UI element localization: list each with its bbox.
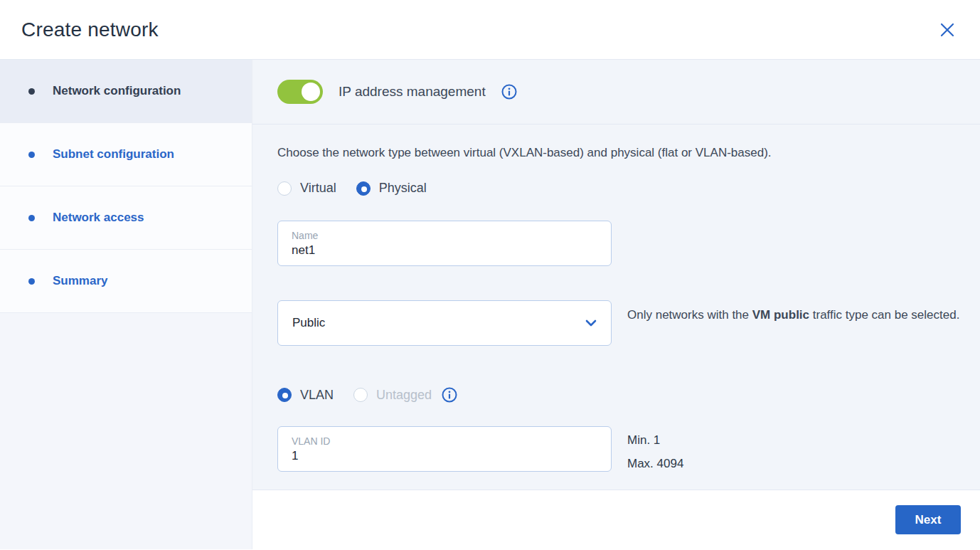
name-input[interactable] — [292, 243, 597, 258]
chevron-down-icon — [585, 319, 597, 327]
wizard-steps-sidebar: Network configuration Subnet configurati… — [0, 60, 252, 549]
sidebar-item-network-configuration[interactable]: Network configuration — [0, 60, 252, 123]
hint-bold-text: VM public — [752, 308, 809, 322]
vlan-id-field-label: VLAN ID — [292, 435, 597, 447]
close-icon — [937, 20, 957, 40]
ipam-toggle-label: IP address management — [339, 84, 486, 100]
step-label: Subnet configuration — [53, 147, 174, 162]
dialog-footer: Next — [252, 490, 980, 549]
radio-virtual[interactable] — [277, 181, 292, 196]
info-icon[interactable] — [442, 387, 457, 403]
sidebar-item-network-access[interactable]: Network access — [0, 186, 252, 250]
step-bullet-icon — [28, 278, 35, 285]
radio-untagged[interactable] — [353, 388, 368, 402]
page-title: Create network — [21, 18, 159, 41]
vlan-mode-radio-group: VLAN Untagged — [277, 387, 980, 403]
traffic-select-row: Public Only networks with the VM public … — [277, 300, 980, 346]
vlan-id-field[interactable]: VLAN ID — [277, 426, 612, 472]
ipam-toggle[interactable] — [277, 80, 323, 104]
main-panel: IP address management Choose the network… — [252, 60, 980, 549]
dialog-header: Create network — [0, 0, 980, 60]
step-bullet-icon — [28, 215, 35, 221]
step-bullet-icon — [28, 88, 35, 95]
step-label: Network configuration — [53, 84, 181, 98]
next-button[interactable]: Next — [895, 505, 961, 534]
hint-text: Only networks with the — [627, 308, 752, 322]
vlan-id-input[interactable] — [292, 449, 597, 463]
network-type-radio-group: Virtual Physical — [277, 181, 980, 196]
traffic-type-select[interactable]: Public — [277, 300, 612, 346]
toggle-knob — [302, 83, 320, 101]
name-field-label: Name — [292, 230, 597, 241]
vlan-id-limits: Min. 1 Max. 4094 — [627, 426, 683, 475]
sidebar-item-summary[interactable]: Summary — [0, 250, 252, 313]
radio-physical[interactable] — [356, 181, 371, 196]
traffic-type-selected-value: Public — [292, 316, 325, 330]
name-field[interactable]: Name — [277, 221, 612, 266]
radio-vlan[interactable] — [277, 388, 292, 402]
sidebar-item-subnet-configuration[interactable]: Subnet configuration — [0, 123, 252, 186]
info-icon[interactable] — [501, 84, 517, 100]
ipam-toggle-row: IP address management — [252, 60, 980, 125]
dialog-body: Network configuration Subnet configurati… — [0, 60, 980, 549]
hint-text: traffic type can be selected. — [809, 308, 959, 322]
step-label: Network access — [53, 211, 144, 225]
name-field-row: Name — [277, 221, 980, 266]
create-network-dialog: Create network Network configuration Sub… — [0, 0, 980, 550]
network-type-description: Choose the network type between virtual … — [277, 146, 980, 160]
vlan-id-row: VLAN ID Min. 1 Max. 4094 — [277, 426, 980, 475]
network-configuration-form: Choose the network type between virtual … — [252, 125, 980, 490]
radio-vlan-label[interactable]: VLAN — [300, 388, 334, 403]
vlan-max: Max. 4094 — [627, 452, 683, 475]
radio-untagged-label: Untagged — [376, 388, 432, 403]
radio-physical-label[interactable]: Physical — [379, 181, 427, 196]
traffic-type-hint: Only networks with the VM public traffic… — [627, 300, 959, 327]
step-label: Summary — [53, 274, 107, 288]
radio-virtual-label[interactable]: Virtual — [300, 181, 336, 196]
vlan-min: Min. 1 — [627, 428, 683, 452]
close-button[interactable] — [934, 17, 960, 43]
step-bullet-icon — [28, 152, 35, 158]
